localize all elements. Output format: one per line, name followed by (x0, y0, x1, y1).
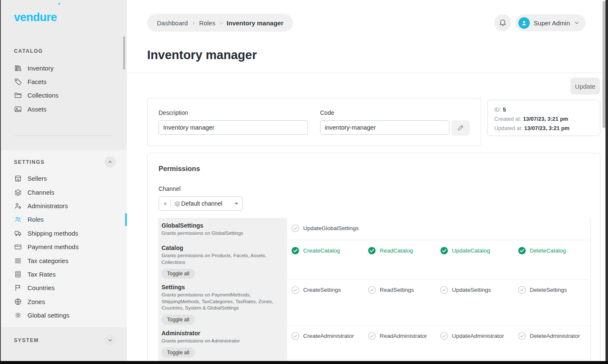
permission-checkbox-CreateAdministrator[interactable]: CreateAdministrator (291, 332, 368, 340)
permission-label: CreateSettings (303, 287, 341, 293)
chevron-up-icon[interactable] (104, 156, 116, 168)
app-window: vendure CATALOGInventoryFacetsCollection… (0, 0, 608, 364)
notifications-button[interactable] (494, 14, 511, 31)
sidebar-divider (14, 136, 113, 136)
window-bottom-edge (0, 361, 608, 364)
breadcrumb-item[interactable]: Dashboard (157, 19, 188, 27)
meta-id-row: ID: 5 (494, 105, 593, 114)
permission-group-name: Settings (162, 284, 279, 291)
page-scrollbar-thumb[interactable] (603, 1, 605, 128)
sidebar-item-global-settings[interactable]: Global settings (0, 308, 127, 322)
sidebar-item-label: Zones (27, 298, 45, 305)
sidebar-item-sellers[interactable]: Sellers (0, 172, 127, 185)
chevron-down-icon[interactable] (104, 334, 116, 346)
bell-icon (498, 18, 507, 28)
pencil-icon (457, 124, 465, 133)
permission-group-checkboxes: UpdateGlobalSettings (287, 218, 589, 240)
permission-group-row: SettingsGrants permissions on PaymentMet… (158, 280, 600, 326)
global-settings-icon (14, 311, 22, 319)
permission-checkbox-UpdateAdministrator[interactable]: UpdateAdministrator (440, 332, 518, 340)
channel-value: Default channel (181, 200, 222, 207)
sidebar-nav: CATALOGInventoryFacetsCollectionsAssetsS… (0, 45, 127, 347)
permission-group-name: Catalog (162, 244, 279, 251)
breadcrumb: Dashboard›Roles›Inventory manager (147, 14, 293, 32)
toggle-all-button[interactable]: Toggle all (162, 315, 195, 325)
sidebar-item-tax-categories[interactable]: Tax categories (0, 254, 127, 267)
sidebar: vendure CATALOGInventoryFacetsCollection… (0, 0, 127, 364)
update-button[interactable]: Update (570, 78, 600, 95)
permission-group-row: GlobalSettingsGrants permissions on Glob… (158, 218, 600, 240)
edit-code-button[interactable] (452, 120, 470, 136)
permissions-table: GlobalSettingsGrants permissions on Glob… (158, 218, 600, 364)
description-input[interactable] (159, 120, 308, 135)
tax-rates-icon (14, 270, 22, 278)
page-title: Inventory manager (147, 48, 257, 62)
permission-checkbox-ReadAdministrator[interactable]: ReadAdministrator (368, 332, 440, 340)
permission-checkbox-UpdateCatalog[interactable]: UpdateCatalog (440, 247, 518, 255)
toggle-all-button[interactable]: Toggle all (162, 348, 195, 358)
channel-layers-icon (174, 201, 181, 207)
facets-icon (14, 78, 22, 86)
avatar (518, 17, 530, 29)
toggle-all-button[interactable]: Toggle all (162, 269, 195, 279)
channel-select[interactable]: × Default channel (159, 196, 243, 211)
permission-checkbox-CreateSettings[interactable]: CreateSettings (291, 286, 368, 294)
sidebar-item-label: Countries (27, 284, 55, 291)
collections-icon (14, 91, 22, 99)
sidebar-item-facets[interactable]: Facets (0, 75, 127, 88)
sidebar-section-label: CATALOG (14, 48, 43, 54)
permission-label: UpdateGlobalSettings (303, 225, 359, 231)
permission-checkbox-DeleteAdministrator[interactable]: DeleteAdministrator (518, 332, 589, 340)
check-circle-outline-icon (291, 224, 299, 232)
sidebar-item-label: Global settings (27, 312, 69, 319)
check-circle-outline-icon (440, 286, 448, 294)
sidebar-section-system: SYSTEM (0, 334, 127, 347)
sidebar-item-channels[interactable]: Channels (0, 185, 127, 199)
page-scrollbar[interactable] (603, 0, 605, 361)
permission-group-description: Grants permissions on Administrator (162, 338, 279, 345)
permission-checkbox-DeleteSettings[interactable]: DeleteSettings (518, 286, 589, 294)
permission-checkbox-ReadCatalog[interactable]: ReadCatalog (368, 247, 440, 255)
sidebar-item-zones[interactable]: Zones (0, 295, 127, 308)
sidebar-scrollbar-thumb[interactable] (123, 36, 125, 70)
permission-checkbox-UpdateSettings[interactable]: UpdateSettings (440, 286, 518, 294)
sidebar-item-payment-methods[interactable]: Payment methods (0, 240, 127, 254)
user-name: Super Admin (534, 19, 570, 27)
check-circle-filled-icon (440, 247, 448, 255)
code-input[interactable] (320, 120, 449, 135)
sidebar-item-label: Channels (27, 189, 54, 196)
permission-group-name: GlobalSettings (162, 222, 279, 229)
remove-channel-icon[interactable]: × (164, 201, 167, 206)
vendure-logo[interactable]: vendure (0, 0, 57, 24)
header-divider (127, 73, 605, 73)
permission-group-description: Grants permissions on Products, Facets, … (162, 253, 279, 266)
sidebar-item-tax-rates[interactable]: Tax Rates (0, 267, 127, 281)
permission-group-info: SettingsGrants permissions on PaymentMet… (158, 280, 287, 326)
sidebar-item-collections[interactable]: Collections (0, 89, 127, 102)
sidebar-item-administrators[interactable]: Administrators (0, 199, 127, 212)
sidebar-item-inventory[interactable]: Inventory (0, 61, 127, 75)
assets-icon (14, 105, 22, 113)
check-circle-outline-icon (368, 286, 376, 294)
breadcrumb-item[interactable]: Roles (199, 19, 215, 27)
check-circle-outline-icon (291, 286, 299, 294)
permission-checkbox-UpdateGlobalSettings[interactable]: UpdateGlobalSettings (291, 224, 368, 232)
id-label: ID: (494, 106, 501, 113)
sidebar-item-label: Sellers (27, 175, 47, 182)
sidebar-item-assets[interactable]: Assets (0, 102, 127, 116)
channel-label: Channel (159, 185, 181, 192)
meta-updated-row: Updated at: 13/07/23, 3:21 pm (494, 124, 593, 133)
sidebar-item-label: Shipping methods (27, 230, 78, 237)
sidebar-item-roles[interactable]: Roles (0, 213, 127, 226)
sidebar-item-countries[interactable]: Countries (0, 281, 127, 295)
sidebar-item-label: Facets (27, 78, 47, 85)
permission-checkbox-CreateCatalog[interactable]: CreateCatalog (291, 247, 368, 255)
sidebar-item-shipping-methods[interactable]: Shipping methods (0, 226, 127, 240)
permission-checkbox-DeleteCatalog[interactable]: DeleteCatalog (518, 247, 589, 255)
countries-icon (14, 284, 22, 292)
user-menu-button[interactable]: Super Admin (515, 14, 586, 31)
sidebar-section-catalog: CATALOGInventoryFacetsCollectionsAssets (0, 45, 127, 116)
breadcrumb-separator-icon: › (192, 19, 194, 26)
permission-checkbox-ReadSettings[interactable]: ReadSettings (368, 286, 440, 294)
check-circle-outline-icon (440, 332, 448, 340)
